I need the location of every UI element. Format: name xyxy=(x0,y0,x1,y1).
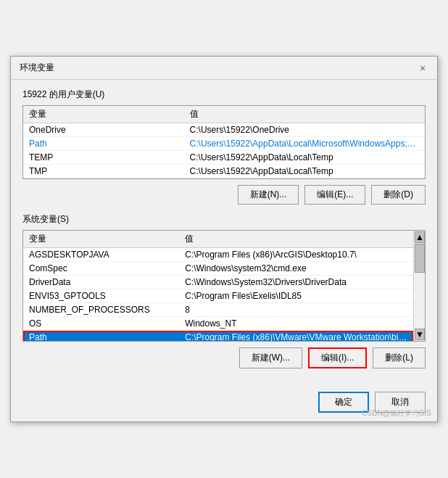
row-val: 8 xyxy=(179,303,413,317)
user-new-button[interactable]: 新建(N)... xyxy=(238,185,299,205)
row-var: NUMBER_OF_PROCESSORS xyxy=(23,303,179,317)
row-val: C:\Users\15922\AppData\Local\Microsoft\W… xyxy=(184,137,425,151)
title-bar: 环境变量 × xyxy=(11,57,437,80)
row-val: C:\Windows\system32\cmd.exe xyxy=(179,262,413,276)
row-var: ComSpec xyxy=(23,262,179,276)
footer-buttons: 确定 取消 xyxy=(11,386,437,421)
system-buttons-row: 新建(W)... 编辑(I)... 删除(L) xyxy=(22,347,426,368)
scrollbar-track[interactable]: ▲ ▼ xyxy=(413,231,425,341)
scroll-down-arrow[interactable]: ▼ xyxy=(415,329,425,340)
system-variables-table: 变量 值 AGSDESKTOPJAVA C:\Program Files (x8… xyxy=(23,231,413,341)
table-row[interactable]: AGSDESKTOPJAVA C:\Program Files (x86)\Ar… xyxy=(23,248,413,262)
row-var: Path xyxy=(23,137,184,151)
user-delete-button[interactable]: 删除(D) xyxy=(371,185,426,205)
row-var: TEMP xyxy=(23,151,184,165)
table-row[interactable]: ENVI53_GPTOOLS C:\Program Files\Exelis\I… xyxy=(23,289,413,303)
user-col-var: 变量 xyxy=(23,106,184,123)
row-var: ENVI53_GPTOOLS xyxy=(23,289,179,303)
table-row[interactable]: ComSpec C:\Windows\system32\cmd.exe xyxy=(23,262,413,276)
row-var: DriverData xyxy=(23,276,179,289)
system-delete-button[interactable]: 删除(L) xyxy=(373,347,426,368)
system-section-label: 系统变量(S) xyxy=(22,213,426,226)
row-val: C:\Program Files (x86)\ArcGIS\Desktop10.… xyxy=(179,248,413,262)
cancel-button[interactable]: 取消 xyxy=(375,392,426,413)
sys-col-var: 变量 xyxy=(23,231,179,248)
system-new-button[interactable]: 新建(W)... xyxy=(239,347,302,368)
row-val: C:\Users\15922\AppData\Local\Temp xyxy=(184,151,425,165)
dialog-content: 15922 的用户变量(U) 变量 值 OneDrive C:\Users\15… xyxy=(11,80,437,386)
system-table-inner: 变量 值 AGSDESKTOPJAVA C:\Program Files (x8… xyxy=(23,231,425,341)
environment-variables-dialog: 环境变量 × 15922 的用户变量(U) 变量 值 OneDrive C:\U… xyxy=(10,56,438,422)
user-col-val: 值 xyxy=(184,106,425,123)
table-row[interactable]: NUMBER_OF_PROCESSORS 8 xyxy=(23,303,413,317)
user-variables-table: 变量 值 OneDrive C:\Users\15922\OneDrive Pa… xyxy=(23,106,425,178)
row-var: OS xyxy=(23,317,179,331)
scroll-thumb[interactable] xyxy=(415,244,425,273)
row-val: Windows_NT xyxy=(179,317,413,331)
table-row[interactable]: OS Windows_NT xyxy=(23,317,413,331)
row-val: C:\Users\15922\AppData\Local\Temp xyxy=(184,165,425,178)
sys-col-val: 值 xyxy=(179,231,413,248)
row-var: TMP xyxy=(23,165,184,178)
user-section-label: 15922 的用户变量(U) xyxy=(22,88,426,101)
user-buttons-row: 新建(N)... 编辑(E)... 删除(D) xyxy=(22,185,426,205)
row-var: OneDrive xyxy=(23,123,184,137)
user-variables-table-container: 变量 值 OneDrive C:\Users\15922\OneDrive Pa… xyxy=(22,105,426,179)
dialog-title: 环境变量 xyxy=(20,62,54,74)
close-button[interactable]: × xyxy=(414,59,431,77)
table-row[interactable]: DriverData C:\Windows\System32\Drivers\D… xyxy=(23,276,413,289)
row-val: C:\Windows\System32\Drivers\DriverData xyxy=(179,276,413,289)
scroll-up-arrow[interactable]: ▲ xyxy=(415,231,425,243)
row-val: C:\Program Files (x86)\VMware\VMware Wor… xyxy=(179,331,413,342)
system-variables-table-container: 变量 值 AGSDESKTOPJAVA C:\Program Files (x8… xyxy=(22,230,426,342)
table-row[interactable]: OneDrive C:\Users\15922\OneDrive xyxy=(23,123,425,137)
row-val: C:\Users\15922\OneDrive xyxy=(184,123,425,137)
table-row[interactable]: TMP C:\Users\15922\AppData\Local\Temp xyxy=(23,165,425,178)
row-val: C:\Program Files\Exelis\IDL85 xyxy=(179,289,413,303)
table-row-path-selected[interactable]: Path C:\Program Files (x86)\VMware\VMwar… xyxy=(23,331,413,342)
system-table-wrapper: 变量 值 AGSDESKTOPJAVA C:\Program Files (x8… xyxy=(23,231,425,341)
user-edit-button[interactable]: 编辑(E)... xyxy=(304,185,365,205)
row-var: AGSDESKTOPJAVA xyxy=(23,248,179,262)
system-edit-button[interactable]: 编辑(I)... xyxy=(308,347,367,368)
table-row[interactable]: Path C:\Users\15922\AppData\Local\Micros… xyxy=(23,137,425,151)
table-row[interactable]: TEMP C:\Users\15922\AppData\Local\Temp xyxy=(23,151,425,165)
row-var: Path xyxy=(23,331,179,342)
ok-button[interactable]: 确定 xyxy=(318,392,369,413)
